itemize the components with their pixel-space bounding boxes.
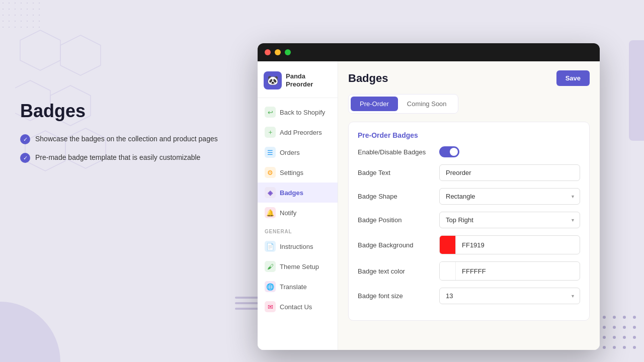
- badge-text-color-control: [439, 261, 580, 281]
- general-section-label: GENERAL: [258, 223, 338, 236]
- sidebar: 🐼 Panda Preorder ↩ Back to Shopify ＋ Add…: [258, 61, 338, 350]
- sidebar-item-label-contact: Contact Us: [280, 303, 312, 311]
- bottom-left-shape: [0, 302, 60, 362]
- right-side-shape: [629, 40, 644, 141]
- enable-disable-toggle[interactable]: [439, 146, 459, 157]
- title-bar: [258, 43, 600, 61]
- badge-position-label: Badge Position: [358, 216, 433, 224]
- enable-disable-control: [439, 146, 580, 157]
- badge-font-size-label: Badge font size: [358, 292, 433, 300]
- settings-icon: ⚙: [265, 167, 276, 178]
- tab-coming-soon[interactable]: Coming Soon: [398, 97, 456, 111]
- sidebar-logo: 🐼 Panda Preorder: [258, 67, 338, 98]
- feature-text-2: Pre-made badge template that is easily c…: [35, 152, 200, 163]
- sidebar-item-label-instructions: Instructions: [280, 243, 313, 250]
- feature-text-1: Showcase the badges on the collection an…: [35, 134, 218, 144]
- back-to-shopify-icon: ↩: [265, 107, 276, 118]
- tab-pre-order[interactable]: Pre-Order: [351, 97, 398, 111]
- badge-position-select[interactable]: Top Right Top Left Bottom Right Bottom L…: [439, 212, 580, 228]
- features-list: Showcase the badges on the collection an…: [20, 134, 218, 163]
- sidebar-item-label-add: Add Preorders: [280, 129, 322, 136]
- badge-font-size-control: 10 11 12 13 14 16: [439, 288, 580, 304]
- feature-item-2: Pre-made badge template that is easily c…: [20, 152, 218, 163]
- check-icon-1: [20, 134, 30, 144]
- badge-font-size-row: Badge font size 10 11 12 13 14 16: [358, 288, 580, 304]
- main-content: Badges Save Pre-Order Coming Soon Pre-Or…: [338, 61, 600, 350]
- section-title: Pre-Order Badges: [358, 131, 580, 139]
- translate-icon: 🌐: [265, 281, 276, 292]
- badge-shape-control: Rectangle Rounded Circle: [439, 188, 580, 205]
- sidebar-item-add-preorders[interactable]: ＋ Add Preorders: [258, 122, 338, 142]
- sidebar-item-settings[interactable]: ⚙ Settings: [258, 162, 338, 183]
- badge-text-color-label: Badge text color: [358, 267, 433, 275]
- badge-background-row: Badge Background: [358, 235, 580, 254]
- badge-text-label: Badge Text: [358, 169, 433, 176]
- maximize-dot[interactable]: [285, 49, 291, 55]
- instructions-icon: 📄: [265, 241, 276, 252]
- sidebar-item-translate[interactable]: 🌐 Translate: [258, 277, 338, 297]
- badge-shape-select[interactable]: Rectangle Rounded Circle: [439, 188, 580, 205]
- badge-text-row: Badge Text: [358, 164, 580, 181]
- badge-text-input[interactable]: [439, 164, 580, 181]
- sidebar-item-badges[interactable]: ◈ Badges: [258, 183, 338, 203]
- sidebar-item-label-notify: Notify: [280, 209, 296, 217]
- logo-line2: Preorder: [286, 80, 313, 88]
- main-header: Badges Save: [348, 70, 590, 86]
- badge-background-control: [439, 235, 580, 254]
- svg-marker-0: [20, 30, 60, 70]
- check-icon-2: [20, 153, 30, 163]
- sidebar-item-label-badges: Badges: [280, 189, 303, 197]
- sidebar-item-label-translate: Translate: [280, 283, 307, 291]
- logo-text: Panda Preorder: [286, 72, 313, 88]
- svg-marker-1: [60, 35, 101, 75]
- badge-text-color-hex-input[interactable]: [456, 263, 580, 279]
- orders-icon: ☰: [265, 147, 276, 158]
- sidebar-item-label-orders: Orders: [280, 149, 300, 156]
- add-preorders-icon: ＋: [265, 127, 276, 138]
- sidebar-item-orders[interactable]: ☰ Orders: [258, 142, 338, 162]
- app-content: 🐼 Panda Preorder ↩ Back to Shopify ＋ Add…: [258, 61, 600, 350]
- pre-order-badges-section: Pre-Order Badges Enable/Disable Badges B…: [348, 122, 590, 321]
- bg-dots-br-decoration: [603, 316, 639, 352]
- badge-position-control: Top Right Top Left Bottom Right Bottom L…: [439, 212, 580, 228]
- theme-setup-icon: 🖌: [265, 261, 276, 272]
- feature-item-1: Showcase the badges on the collection an…: [20, 134, 218, 144]
- logo-icon: 🐼: [264, 71, 282, 89]
- badge-background-hex-input[interactable]: [456, 237, 580, 253]
- tabs-container: Pre-Order Coming Soon: [348, 94, 458, 114]
- badge-font-size-select[interactable]: 10 11 12 13 14 16: [439, 288, 580, 304]
- badge-text-color-row: Badge text color: [358, 261, 580, 281]
- sidebar-item-theme-setup[interactable]: 🖌 Theme Setup: [258, 256, 338, 277]
- badge-text-control: [439, 164, 580, 181]
- enable-disable-row: Enable/Disable Badges: [358, 146, 580, 157]
- notify-icon: 🔔: [265, 207, 276, 218]
- sidebar-item-back-to-shopify[interactable]: ↩ Back to Shopify: [258, 102, 338, 122]
- left-info-panel: Badges Showcase the badges on the collec…: [20, 101, 218, 171]
- badge-text-color-swatch[interactable]: [440, 262, 456, 280]
- sidebar-item-notify[interactable]: 🔔 Notify: [258, 203, 338, 223]
- contact-us-icon: ✉: [265, 301, 276, 312]
- badge-position-row: Badge Position Top Right Top Left Bottom…: [358, 212, 580, 228]
- sidebar-item-instructions[interactable]: 📄 Instructions: [258, 236, 338, 256]
- sidebar-item-label-back: Back to Shopify: [280, 109, 325, 116]
- badge-shape-label: Badge Shape: [358, 193, 433, 200]
- badge-shape-row: Badge Shape Rectangle Rounded Circle: [358, 188, 580, 205]
- badge-background-label: Badge Background: [358, 241, 433, 249]
- save-button[interactable]: Save: [556, 70, 590, 86]
- badges-icon: ◈: [265, 187, 276, 198]
- app-window: 🐼 Panda Preorder ↩ Back to Shopify ＋ Add…: [258, 43, 600, 350]
- sidebar-item-label-settings: Settings: [280, 169, 303, 176]
- minimize-dot[interactable]: [275, 49, 281, 55]
- enable-disable-label: Enable/Disable Badges: [358, 148, 433, 156]
- main-title: Badges: [348, 72, 388, 85]
- close-dot[interactable]: [265, 49, 271, 55]
- sidebar-item-contact-us[interactable]: ✉ Contact Us: [258, 297, 338, 317]
- badge-background-color-wrapper: [439, 235, 580, 254]
- badge-text-color-wrapper: [439, 261, 580, 281]
- logo-line1: Panda: [286, 72, 313, 80]
- badge-background-swatch[interactable]: [440, 236, 456, 254]
- page-title: Badges: [20, 101, 218, 122]
- sidebar-item-label-theme: Theme Setup: [280, 263, 319, 270]
